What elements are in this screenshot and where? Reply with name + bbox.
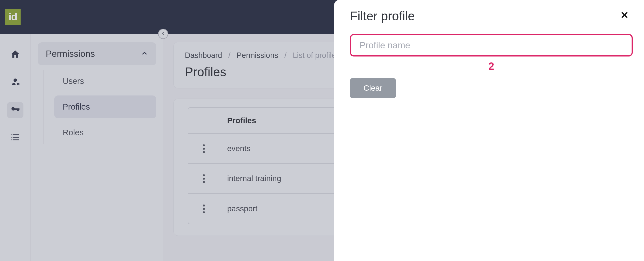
profile-name-input[interactable]: [350, 34, 633, 56]
clear-button[interactable]: Clear: [350, 78, 396, 98]
close-icon[interactable]: [616, 8, 633, 24]
filter-panel-header: Filter profile: [350, 8, 633, 24]
modal-scrim[interactable]: [0, 0, 344, 261]
filter-panel: Filter profile 2 Clear: [334, 0, 644, 261]
filter-panel-title: Filter profile: [350, 9, 415, 23]
annotation-marker: 2: [350, 60, 633, 72]
